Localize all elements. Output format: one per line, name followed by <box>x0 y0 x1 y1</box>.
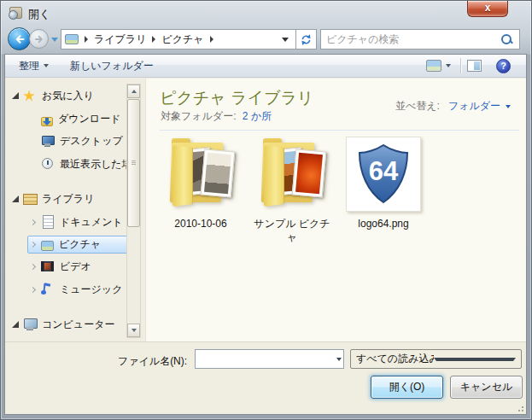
body-area: お気に入り ダウンロード デスクトップ 最近表示した場所 ライブ <box>5 79 526 341</box>
arrange-label: 並べ替え: <box>395 99 440 114</box>
search-box <box>320 29 520 50</box>
new-folder-label: 新しいフォルダー <box>70 59 154 73</box>
file-item-label: サンプル ピクチャ <box>249 217 335 244</box>
close-button[interactable] <box>467 1 508 17</box>
expander-open-icon[interactable] <box>12 92 19 99</box>
window-title: 開く <box>28 7 50 22</box>
expander-closed-icon[interactable] <box>30 286 36 292</box>
scroll-down-button[interactable] <box>127 324 140 337</box>
file-item-label: logo64.png <box>358 217 408 230</box>
sidebar-item-videos[interactable]: ビデオ <box>29 258 91 275</box>
forward-button[interactable] <box>29 29 49 49</box>
back-arrow-icon <box>13 32 26 46</box>
address-dropdown-icon[interactable] <box>282 38 289 42</box>
sidebar-item-music[interactable]: ミュージック <box>29 281 122 298</box>
star-icon <box>23 89 37 102</box>
includes-locations-link[interactable]: 2 か所 <box>243 110 272 122</box>
dialog-footer: ファイル名(N): すべての読み込み可能なドキュ 開く(O) キャンセル <box>5 341 526 414</box>
expander-open-icon[interactable] <box>12 195 19 202</box>
file-item-folder-sample-pictures[interactable]: サンプル ピクチャ <box>248 135 336 244</box>
sidebar-item-label: 最近表示した場所 <box>60 157 132 172</box>
sidebar-item-favorites[interactable]: お気に入り <box>12 87 94 104</box>
expander-closed-icon[interactable] <box>30 219 36 225</box>
sidebar-item-downloads[interactable]: ダウンロード <box>41 110 120 127</box>
expander-open-icon[interactable] <box>12 321 19 328</box>
expander-closed-icon[interactable] <box>30 263 36 269</box>
folder-icon <box>253 135 331 213</box>
desktop-icon <box>41 134 55 148</box>
search-icon <box>500 33 512 45</box>
search-input[interactable] <box>321 33 500 45</box>
file-grid: 2010-10-06 サンプル ピクチャ <box>156 135 430 244</box>
file-item-logo64-png[interactable]: 64 logo64.png <box>339 135 428 244</box>
back-button[interactable] <box>8 27 31 50</box>
help-icon <box>496 59 511 73</box>
arrange-value: フォルダー <box>448 99 500 114</box>
expander-closed-icon[interactable] <box>30 241 36 247</box>
sidebar-item-recent-places[interactable]: 最近表示した場所 <box>41 155 132 172</box>
triangle-down-icon <box>132 329 137 332</box>
filename-dropdown-icon[interactable] <box>336 358 342 361</box>
resize-grip[interactable] <box>515 403 523 411</box>
organize-button[interactable]: 整理 <box>12 55 56 77</box>
forward-arrow-icon <box>33 33 45 45</box>
file-item-label: 2010-10-06 <box>174 217 226 230</box>
recent-pages-dropdown[interactable] <box>51 38 58 42</box>
chevron-down-icon <box>44 64 49 67</box>
chevron-down-icon <box>506 105 511 108</box>
sidebar-item-label: デスクトップ <box>60 134 123 149</box>
breadcrumb-chevron-icon[interactable] <box>210 36 213 43</box>
breadcrumb-item-pictures[interactable]: ピクチャ <box>161 32 203 47</box>
arrange-by-link[interactable]: フォルダー <box>448 99 511 114</box>
help-button[interactable] <box>493 55 514 77</box>
sidebar-item-computer[interactable]: コンピューター <box>12 316 114 333</box>
views-button[interactable] <box>423 55 454 77</box>
recent-places-icon <box>41 157 55 171</box>
sidebar-item-label: コンピューター <box>42 318 114 332</box>
scrollbar-thumb[interactable] <box>127 99 140 227</box>
breadcrumb-item-libraries[interactable]: ライブラリ <box>94 32 146 47</box>
new-folder-button[interactable]: 新しいフォルダー <box>63 55 161 77</box>
header-divider <box>160 130 519 131</box>
documents-icon <box>41 215 55 229</box>
preview-pane-button[interactable] <box>464 55 485 77</box>
file-list-pane: ピクチャ ライブラリ 対象フォルダー: 2 か所 並べ替え: フォルダー <box>145 79 526 341</box>
libraries-icon <box>23 192 37 206</box>
shield-number: 64 <box>369 156 399 186</box>
sidebar-item-label: ピクチャ <box>59 237 101 252</box>
sidebar-item-desktop[interactable]: デスクトップ <box>41 132 123 149</box>
library-title: ピクチャ ライブラリ <box>160 87 313 109</box>
filename-input[interactable] <box>196 353 336 365</box>
pictures-icon <box>41 241 54 251</box>
command-toolbar: 整理 新しいフォルダー <box>5 55 526 78</box>
breadcrumb-chevron-icon[interactable] <box>85 36 88 43</box>
filetype-value: すべての読み込み可能なドキュ <box>356 352 434 366</box>
breadcrumb-chevron-icon[interactable] <box>152 36 155 43</box>
downloads-icon <box>41 117 53 126</box>
preview-pane-icon <box>467 60 482 72</box>
toolbar-separator <box>460 58 461 73</box>
refresh-icon <box>300 33 313 46</box>
scroll-up-button[interactable] <box>127 85 140 98</box>
client-area: 整理 新しいフォルダー <box>4 54 527 415</box>
filetype-select[interactable]: すべての読み込み可能なドキュ <box>350 349 522 369</box>
sidebar-scrollbar[interactable] <box>126 84 141 338</box>
videos-icon <box>41 260 55 273</box>
sidebar-item-pictures[interactable]: ピクチャ <box>29 236 101 253</box>
arrange-by: 並べ替え: フォルダー <box>395 99 511 114</box>
scrollbar-grip-icon <box>132 160 136 165</box>
open-button[interactable]: 開く(O) <box>371 376 443 399</box>
refresh-button[interactable] <box>296 29 317 50</box>
views-icon <box>426 60 441 72</box>
title-bar: 開く <box>1 1 531 25</box>
cancel-button[interactable]: キャンセル <box>450 376 523 399</box>
includes-label: 対象フォルダー: <box>161 110 236 122</box>
sidebar-item-libraries[interactable]: ライブラリ <box>12 190 94 207</box>
triangle-up-icon <box>132 90 137 93</box>
includes-line: 対象フォルダー: 2 か所 <box>161 109 272 124</box>
cancel-button-label: キャンセル <box>460 380 512 394</box>
filename-label: ファイル名(N): <box>118 354 187 369</box>
sidebar-item-documents[interactable]: ドキュメント <box>29 213 123 230</box>
file-item-folder-2010-10-06[interactable]: 2010-10-06 <box>156 135 245 244</box>
image-thumbnail: 64 <box>344 135 423 213</box>
